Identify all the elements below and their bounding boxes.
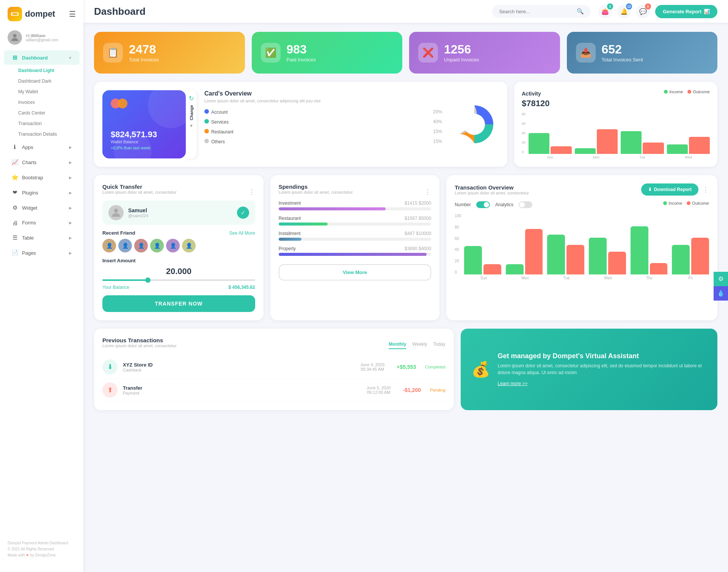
widget-icon: ⚙	[11, 204, 18, 211]
tab-weekly[interactable]: Weekly	[412, 342, 427, 349]
sidebar-item-widget[interactable]: ⚙ Widget ▶	[4, 201, 80, 215]
sidebar-item-forms[interactable]: 🖨 Forms ▶	[4, 216, 80, 230]
card-details: Card's Overview Lorem ipsum dolor sit am…	[204, 90, 442, 158]
bell-btn[interactable]: 🔔 12	[617, 5, 631, 18]
legend-label-others: Others	[211, 139, 225, 144]
qt-menu-icon[interactable]: ⋮	[248, 188, 255, 196]
see-all-link[interactable]: See All More	[229, 230, 255, 236]
user-email: william@gmail.com	[26, 38, 58, 42]
stat-icon-sent: 📤	[576, 43, 596, 63]
sidebar-sub-transaction[interactable]: Transaction	[0, 118, 83, 129]
act-bar-day-label: Tue	[621, 155, 664, 159]
hamburger-icon[interactable]: ☰	[69, 9, 76, 19]
sidebar-item-bootstrap[interactable]: ⭐ Bootstrap ▶	[4, 170, 80, 185]
chat-btn[interactable]: 💬 5	[636, 5, 650, 18]
search-input[interactable]	[499, 9, 574, 14]
amount-display: 20.000	[102, 266, 255, 276]
sidebar-sub-my-wallet[interactable]: My Wallet	[0, 86, 83, 97]
sp-header: Spendings Lorem ipsum dolor sit amet, co…	[279, 183, 431, 200]
footer-line1: Dompet Payment Admin Dashboard	[8, 540, 76, 546]
txn-overview-menu-icon[interactable]: ⋮	[702, 185, 709, 194]
wallet-card: $824,571.93 Wallet Balance +0,8% than la…	[102, 90, 186, 158]
legend-label-restaurant: Restaurant	[211, 129, 234, 135]
outcome-bar	[689, 137, 710, 154]
stat-info-total: 2478 Total Invoices	[129, 43, 159, 63]
friend-av-4[interactable]: 👤	[150, 239, 164, 252]
sidebar-item-charts[interactable]: 📈 Charts ▶	[4, 155, 80, 169]
act-bar-day-label: Sun	[529, 155, 572, 159]
recent-friends-header: Recent Friend See All More	[102, 230, 255, 236]
txn-income-bar	[631, 226, 648, 275]
header-actions: 👛 2 🔔 12 💬 5 Generate Report 📊	[598, 5, 717, 18]
forms-label: Forms	[22, 220, 36, 226]
friend-av-6[interactable]: 👤	[182, 239, 196, 252]
sidebar-item-apps[interactable]: ℹ Apps ▶	[4, 140, 80, 154]
stat-total-invoices: 📋 2478 Total Invoices	[94, 32, 245, 74]
sidebar-item-dashboard[interactable]: ⊞ Dashboard ▼	[4, 50, 80, 65]
va-desc: Lorem ipsum dolor sit amet, consectetur …	[498, 362, 707, 376]
toggle-knob	[484, 202, 489, 207]
spendings-menu-icon[interactable]: ⋮	[424, 188, 431, 196]
tab-monthly[interactable]: Monthly	[389, 342, 406, 349]
wallet-btn[interactable]: 👛 2	[598, 5, 612, 18]
generate-report-button[interactable]: Generate Report 📊	[655, 5, 717, 18]
sidebar-item-table[interactable]: ☰ Table ▶	[4, 230, 80, 245]
settings-float-button[interactable]: ⚙	[714, 272, 728, 286]
sidebar-sub-dashboard-light[interactable]: Dashboard Light	[0, 65, 83, 76]
txn-status-1: Completed	[425, 365, 445, 369]
color-float-button[interactable]: 💧	[714, 286, 728, 301]
outcome-bar	[597, 129, 618, 154]
bottom-row: Quick Transfer Lorem ipsum dolor sit ame…	[94, 175, 717, 320]
dot-services	[204, 119, 209, 124]
friend-av-5[interactable]: 👤	[166, 239, 180, 252]
sidebar-item-pages[interactable]: 📄 Pages ▶	[4, 246, 80, 260]
stat-icon-unpaid: ❌	[418, 43, 438, 63]
number-toggle[interactable]	[476, 201, 490, 208]
act-bar-group	[575, 129, 618, 154]
sidebar-sub-dashboard-dark[interactable]: Dashboard Dark	[0, 76, 83, 86]
txn-icon-cashback: ⬇	[102, 359, 118, 375]
table-label: Table	[22, 235, 34, 241]
spending-inst-total: $10000	[416, 231, 431, 236]
view-more-button[interactable]: View More	[279, 264, 431, 281]
analytics-toggle[interactable]	[519, 201, 532, 208]
slider-thumb	[145, 277, 151, 283]
spending-property-amounts: $3890 $4000	[405, 246, 431, 251]
spending-restaurant-bar	[279, 223, 431, 226]
wallet-change-btn[interactable]: ↻ Change ▼	[186, 90, 197, 158]
svg-point-0	[13, 34, 16, 38]
friend-av-3[interactable]: 👤	[134, 239, 148, 252]
txn-time-val-2: 09:12:00 AM	[360, 390, 398, 395]
stat-paid-invoices: ✅ 983 Paid Invoices	[252, 32, 403, 74]
prev-txn-tabs: Monthly Weekly Today	[389, 342, 445, 349]
sidebar-sub-invoices[interactable]: Invoices	[0, 97, 83, 108]
spending-property: Property $3890 $4000	[279, 246, 431, 256]
card-overview-panel: $824,571.93 Wallet Balance +0,8% than la…	[94, 82, 507, 167]
sidebar-sub-transaction-details[interactable]: Transaction Details	[0, 129, 83, 139]
sidebar-sub-cards-center[interactable]: Cards Center	[0, 108, 83, 118]
download-report-button[interactable]: ⬇ Download Report	[641, 183, 698, 196]
transfer-now-button[interactable]: TRANSFER NOW	[102, 295, 255, 312]
greeting-text: Hi,	[26, 33, 31, 38]
wallet-label: Wallet Balance	[111, 139, 177, 144]
va-title: Get managed by Dompet's Virtual Assistan…	[498, 352, 707, 360]
friend-av-1[interactable]: 👤	[102, 239, 116, 252]
legend-label-account: Account	[211, 110, 228, 115]
svg-point-3	[114, 208, 118, 213]
sidebar-item-plugins[interactable]: ❤ Plugins ▶	[4, 185, 80, 200]
footer-line2: © 2021 All Rights Reserved	[8, 546, 76, 552]
income-dot	[664, 90, 668, 94]
stat-icon-paid: ✅	[261, 43, 281, 63]
forms-arrow: ▶	[69, 221, 72, 225]
tab-today[interactable]: Today	[433, 342, 445, 349]
activity-bar-labels: SunMonTueWed	[522, 155, 710, 159]
income-legend: Income	[664, 89, 683, 94]
check-user-button[interactable]: ✓	[237, 207, 249, 219]
friend-av-2[interactable]: 👤	[118, 239, 132, 252]
last-row: Previous Transactions Lorem ipsum dolor …	[94, 329, 717, 418]
act-bar-day-label: Wed	[667, 155, 710, 159]
txn-bar-group	[631, 226, 668, 275]
amount-slider[interactable]	[102, 279, 255, 281]
va-learn-more-link[interactable]: Learn more >>	[498, 381, 528, 386]
generate-btn-label: Generate Report	[663, 9, 701, 14]
